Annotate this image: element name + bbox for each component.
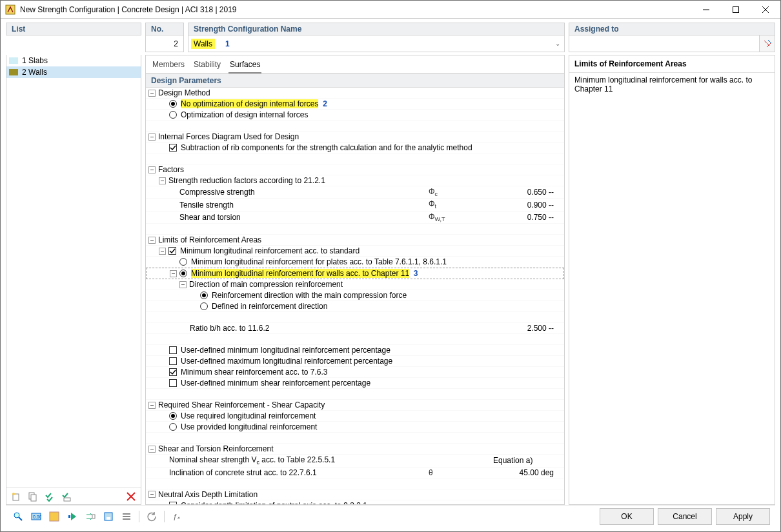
expander-icon[interactable] bbox=[179, 281, 187, 288]
radio-icon[interactable] bbox=[200, 302, 208, 310]
opt-lim-plates[interactable]: Minimum longitudinal reinforcement for p… bbox=[146, 257, 564, 268]
checkbox-icon[interactable] bbox=[168, 247, 176, 255]
opt-optimization[interactable]: Optimization of design internal forces bbox=[146, 110, 564, 121]
opt-min-shear[interactable]: Minimum shear reinforcement acc. to 7.6.… bbox=[146, 367, 564, 378]
opt-use-provided[interactable]: Use provided longitudinal reinforcement bbox=[146, 422, 564, 433]
tabs: Members Stability Surfaces bbox=[146, 55, 564, 74]
group-design-method[interactable]: Design Method bbox=[146, 88, 564, 99]
name-header: Strength Configuration Name bbox=[188, 23, 565, 35]
list-item-label: 1 Slabs bbox=[22, 56, 48, 65]
group-direction[interactable]: Direction of main compression reinforcem… bbox=[146, 279, 564, 290]
separator bbox=[139, 511, 139, 522]
expander-icon[interactable] bbox=[148, 491, 156, 498]
units-button[interactable]: 0,00 bbox=[29, 509, 43, 524]
radio-icon[interactable] bbox=[169, 423, 177, 431]
apply-button[interactable]: Apply bbox=[716, 508, 770, 525]
list-swatch bbox=[9, 69, 18, 75]
right-panel-text: Minimum longitudinal reinforcement for w… bbox=[569, 73, 775, 504]
radio-icon[interactable] bbox=[179, 270, 187, 277]
radio-icon[interactable] bbox=[169, 100, 177, 108]
checkbox-icon[interactable] bbox=[169, 346, 177, 354]
convert-button[interactable] bbox=[83, 509, 97, 524]
group-factors[interactable]: Factors bbox=[146, 164, 564, 175]
list-item-slabs[interactable]: 1 Slabs bbox=[6, 55, 141, 66]
annotation-3: 3 bbox=[414, 269, 418, 278]
tab-surfaces[interactable]: Surfaces bbox=[228, 58, 261, 74]
opt-dir-force[interactable]: Reinforcement direction with the main co… bbox=[146, 290, 564, 301]
expander-icon[interactable] bbox=[159, 177, 166, 184]
close-button[interactable] bbox=[751, 1, 780, 19]
opt-no-optimization[interactable]: No optimization of design internal force… bbox=[146, 99, 564, 110]
tab-members[interactable]: Members bbox=[151, 58, 186, 73]
maximize-button[interactable] bbox=[721, 1, 751, 19]
ok-button[interactable]: OK bbox=[600, 508, 654, 525]
radio-icon[interactable] bbox=[169, 412, 177, 420]
expander-icon[interactable] bbox=[148, 446, 156, 453]
checkbox-icon[interactable] bbox=[169, 357, 177, 365]
checkbox-icon[interactable] bbox=[169, 502, 177, 504]
opt-lim-walls[interactable]: Minimum longitudinal reinforcement for w… bbox=[146, 268, 564, 279]
svg-point-3 bbox=[12, 493, 15, 495]
assigned-header: Assigned to bbox=[569, 23, 775, 35]
copy-button[interactable] bbox=[26, 489, 40, 504]
group-required-shear[interactable]: Required Shear Reinforcement - Shear Cap… bbox=[146, 400, 564, 411]
check-all-button[interactable] bbox=[43, 489, 57, 504]
svg-point-7 bbox=[14, 513, 19, 518]
expander-icon[interactable] bbox=[148, 133, 156, 141]
opt-lim-standard[interactable]: Minimum longitudinal reinforcement acc. … bbox=[146, 246, 564, 257]
tab-stability[interactable]: Stability bbox=[192, 58, 222, 73]
radio-icon[interactable] bbox=[179, 258, 187, 266]
section-design-parameters: Design Parameters bbox=[146, 74, 564, 88]
group-shear-torsion-reinf[interactable]: Shear and Torsion Reinforcement bbox=[146, 444, 564, 455]
opt-ud-min-shear[interactable]: User-defined minimum shear reinforcement… bbox=[146, 378, 564, 389]
expander-icon[interactable] bbox=[170, 270, 177, 277]
group-neutral-axis[interactable]: Neutral Axis Depth Limitation bbox=[146, 489, 564, 500]
opt-use-required[interactable]: Use required longitudinal reinforcement bbox=[146, 411, 564, 422]
list-item-label: 2 Walls bbox=[22, 68, 47, 77]
go-button[interactable] bbox=[65, 509, 79, 524]
opt-dir-defined[interactable]: Defined in reinforcement direction bbox=[146, 301, 564, 312]
opt-subtraction-rib[interactable]: Subtraction of rib components for the st… bbox=[146, 143, 564, 153]
svg-rect-15 bbox=[123, 513, 130, 515]
expander-icon[interactable] bbox=[148, 237, 156, 244]
minimize-button[interactable] bbox=[691, 1, 721, 19]
annotation-1: 1 bbox=[225, 39, 230, 48]
opt-ud-max-long[interactable]: User-defined maximum longitudinal reinfo… bbox=[146, 356, 564, 367]
reset-button[interactable] bbox=[145, 509, 159, 524]
cancel-button[interactable]: Cancel bbox=[658, 508, 712, 525]
annotation-2: 2 bbox=[323, 99, 327, 108]
expander-icon[interactable] bbox=[148, 166, 156, 173]
radio-icon[interactable] bbox=[169, 111, 177, 119]
expander-icon[interactable] bbox=[159, 248, 166, 255]
radio-icon[interactable] bbox=[200, 291, 208, 299]
find-button[interactable] bbox=[11, 509, 25, 524]
save-button[interactable] bbox=[101, 509, 116, 524]
new-button[interactable] bbox=[9, 489, 23, 504]
assigned-pick-button[interactable] bbox=[759, 35, 775, 52]
expander-icon[interactable] bbox=[148, 90, 156, 97]
delete-button[interactable] bbox=[124, 489, 138, 504]
group-limits[interactable]: Limits of Reinforcement Areas bbox=[146, 235, 564, 246]
group-factors-sub[interactable]: Strength reduction factors according to … bbox=[146, 175, 564, 186]
svg-rect-11 bbox=[68, 515, 70, 518]
checkbox-icon[interactable] bbox=[169, 379, 177, 387]
opt-ud-min-long[interactable]: User-defined minimum longitudinal reinfo… bbox=[146, 345, 564, 356]
list-swatch bbox=[9, 57, 18, 64]
row-nominal-shear: Nominal shear strength Vc acc. to Table … bbox=[146, 455, 564, 467]
svg-rect-12 bbox=[92, 515, 95, 518]
separator bbox=[164, 511, 165, 522]
name-dropdown-icon[interactable]: ⌄ bbox=[551, 40, 564, 47]
list-button[interactable] bbox=[119, 509, 134, 524]
group-internal-forces[interactable]: Internal Forces Diagram Used for Design bbox=[146, 132, 564, 143]
checkbox-icon[interactable] bbox=[169, 144, 177, 152]
name-input[interactable]: Walls 1 ⌄ bbox=[188, 35, 565, 52]
list-item-walls[interactable]: 2 Walls bbox=[6, 66, 141, 78]
svg-rect-5 bbox=[31, 495, 36, 501]
checkbox-icon[interactable] bbox=[169, 368, 177, 376]
opt-neutral-depth[interactable]: Consider depth limitation of neutral axi… bbox=[146, 500, 564, 504]
function-button[interactable]: ƒₓ bbox=[170, 509, 184, 524]
uncheck-all-button[interactable] bbox=[59, 489, 74, 504]
svg-rect-16 bbox=[123, 516, 130, 517]
color-button[interactable] bbox=[47, 509, 61, 524]
expander-icon[interactable] bbox=[148, 402, 156, 409]
